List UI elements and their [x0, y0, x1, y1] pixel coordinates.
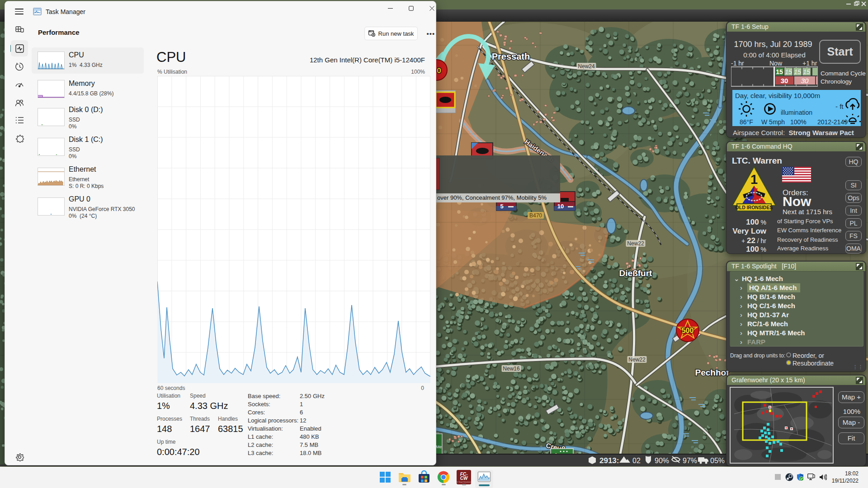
- svg-text:2913:: 2913:: [599, 456, 619, 465]
- svg-text:New22: New22: [628, 357, 646, 363]
- svg-text:05%: 05%: [710, 457, 725, 465]
- svg-text:Pressath: Pressath: [492, 52, 530, 61]
- svg-text:10: 10: [557, 203, 564, 210]
- svg-text:30: 30: [801, 77, 809, 84]
- svg-text:15: 15: [794, 68, 801, 75]
- svg-text:New16: New16: [503, 366, 520, 372]
- svg-text:97%: 97%: [683, 457, 697, 465]
- svg-text:CW: CW: [460, 476, 468, 481]
- svg-text:15: 15: [776, 68, 783, 75]
- svg-text:02: 02: [632, 457, 641, 465]
- svg-text:5: 5: [500, 203, 503, 210]
- svg-text:90%: 90%: [655, 457, 669, 465]
- svg-text:Dießfurt: Dießfurt: [619, 268, 653, 278]
- svg-text:15: 15: [803, 68, 810, 75]
- svg-text:On Target Simulations: On Target Simulations: [457, 481, 471, 483]
- svg-text:New22: New22: [627, 240, 644, 247]
- svg-text:OLD IRONSIDES: OLD IRONSIDES: [736, 205, 773, 210]
- svg-text:0: 0: [437, 66, 441, 75]
- svg-text:over 90%, Concealment 97%, Mob: over 90%, Concealment 97%, Mobility 5%: [437, 194, 547, 201]
- svg-text:B470: B470: [529, 212, 542, 219]
- svg-text:New24: New24: [578, 63, 595, 70]
- svg-text:500: 500: [682, 327, 694, 334]
- svg-text:15: 15: [785, 68, 792, 75]
- svg-text:1: 1: [750, 172, 758, 187]
- svg-text:Pechhof: Pechhof: [695, 368, 730, 377]
- svg-text:30: 30: [781, 77, 788, 84]
